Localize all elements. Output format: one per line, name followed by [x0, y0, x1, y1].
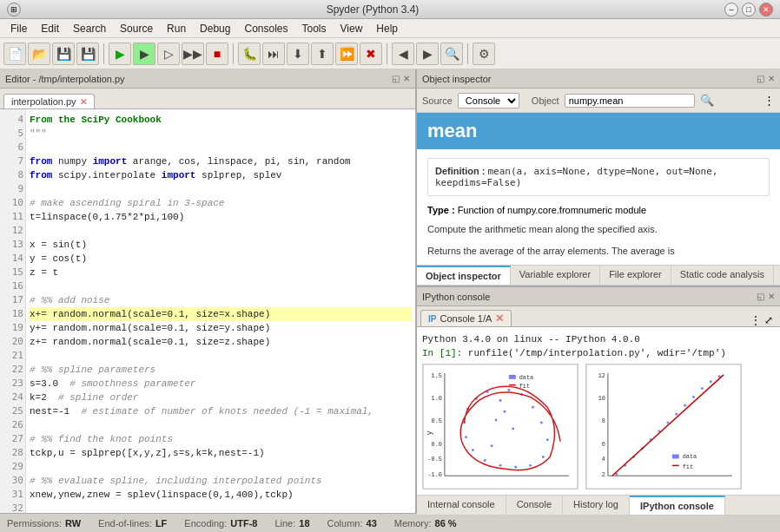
menu-debug[interactable]: Debug — [193, 21, 237, 36]
col-label: Column: — [327, 518, 363, 529]
svg-point-23 — [472, 449, 474, 451]
run-cell-btn[interactable]: ▷ — [157, 43, 180, 65]
step-return-btn[interactable]: ⬆ — [311, 43, 334, 65]
obj-mean-header: mean — [417, 113, 780, 149]
svg-point-29 — [503, 410, 506, 413]
line-label: Line: — [274, 518, 295, 529]
memory-value: 86 % — [435, 518, 457, 529]
open-file-btn[interactable]: 📂 — [28, 43, 50, 65]
svg-text:0.0: 0.0 — [432, 441, 442, 448]
svg-text:6: 6 — [602, 441, 605, 448]
menu-edit[interactable]: Edit — [34, 21, 66, 36]
svg-text:4: 4 — [602, 456, 605, 463]
svg-text:data: data — [519, 374, 534, 381]
toolbar-divider-4 — [467, 43, 468, 64]
stop-debug-btn[interactable]: ✖ — [360, 43, 382, 65]
console-close-btn[interactable]: ✕ — [768, 292, 775, 301]
toolbar: 📄 📂 💾 💾 ▶ ▶ ▷ ▶▶ ■ 🐛 ⏭ ⬇ ⬆ ⏩ ✖ ◀ ▶ 🔍 ⚙ — [0, 38, 780, 69]
editor-pane: Editor - /tmp/interpolation.py ◱ ✕ inter… — [0, 69, 417, 513]
obj-search-icon[interactable]: 🔍 — [700, 94, 714, 107]
tab-static-code-analysis[interactable]: Static code analysis — [671, 266, 774, 285]
menu-help[interactable]: Help — [369, 21, 405, 36]
menu-file[interactable]: File — [3, 21, 34, 36]
status-encoding: Encoding: UTF-8 — [184, 518, 257, 529]
eol-value: LF — [155, 518, 167, 529]
obj-insp-close-btn[interactable]: ✕ — [768, 74, 775, 83]
tab-history-log[interactable]: History log — [563, 496, 630, 515]
system-menu-btn[interactable]: ⊞ — [7, 3, 21, 16]
status-eol: End-of-lines: LF — [98, 518, 167, 529]
col-value: 43 — [367, 518, 377, 529]
svg-rect-57 — [672, 455, 679, 459]
svg-rect-31 — [509, 375, 516, 379]
editor-close-btn[interactable]: ✕ — [403, 74, 410, 83]
file-tab-name: interpolation.py — [11, 96, 76, 107]
svg-text:data: data — [683, 453, 697, 460]
svg-point-10 — [491, 444, 493, 447]
stop-btn[interactable]: ■ — [206, 43, 228, 65]
object-label: Object — [532, 95, 559, 106]
svg-point-52 — [684, 404, 686, 407]
file-tab-interpolation[interactable]: interpolation.py ✕ — [3, 94, 95, 108]
file-tabs: interpolation.py ✕ — [0, 89, 415, 109]
svg-text:10: 10 — [598, 395, 605, 402]
source-select[interactable]: Console Editor — [458, 93, 519, 108]
svg-point-12 — [499, 399, 502, 402]
menu-source[interactable]: Source — [113, 21, 160, 36]
tab-ipython-console[interactable]: IPython console — [630, 496, 725, 515]
settings-btn[interactable]: ⚙ — [473, 43, 495, 65]
def-label: Definition : — [435, 166, 488, 176]
forward-btn[interactable]: ▶ — [416, 43, 439, 65]
status-permissions: Permissions: RW — [7, 518, 81, 529]
object-input[interactable] — [565, 94, 695, 108]
permissions-label: Permissions: — [7, 518, 62, 529]
menu-tools[interactable]: Tools — [295, 21, 334, 36]
console-content[interactable]: Python 3.4.0 on linux -- IPython 4.0.0 I… — [417, 327, 780, 495]
obj-inspector-title: Object inspector — [422, 74, 491, 84]
tab-internal-console[interactable]: Internal console — [417, 496, 506, 515]
step-btn[interactable]: ⏭ — [262, 43, 285, 65]
console-options-btn[interactable]: ⋮ — [750, 314, 761, 326]
file-tab-close[interactable]: ✕ — [80, 97, 87, 107]
step-into-btn[interactable]: ⬇ — [287, 43, 309, 65]
close-btn[interactable]: ✕ — [759, 3, 773, 16]
line-numbers: ⚠ 45678910111213141516171819202122232425… — [0, 109, 26, 513]
console-tab-1[interactable]: IP Console 1/A ✕ — [420, 310, 512, 326]
svg-point-16 — [540, 422, 543, 424]
save-all-btn[interactable]: 💾 — [76, 43, 99, 65]
obj-insp-float-btn[interactable]: ◱ — [757, 74, 764, 83]
editor-float-btn[interactable]: ◱ — [392, 74, 400, 83]
console-expand-btn[interactable]: ⤢ — [764, 314, 773, 326]
run-selection-btn[interactable]: ▶▶ — [182, 43, 204, 65]
status-column: Column: 43 — [327, 518, 377, 529]
svg-text:0.5: 0.5 — [432, 417, 442, 424]
continue-btn[interactable]: ⏩ — [335, 43, 358, 65]
code-editor[interactable]: From the SciPy Cookbook """ from numpy i… — [26, 109, 415, 513]
maximize-btn[interactable]: □ — [742, 3, 756, 16]
minimize-btn[interactable]: – — [724, 3, 738, 16]
debug-btn[interactable]: 🐛 — [238, 43, 261, 65]
type-label: Type : — [427, 205, 458, 215]
run-current-btn[interactable]: ▶ — [133, 43, 155, 65]
save-file-btn[interactable]: 💾 — [52, 43, 75, 65]
svg-text:2: 2 — [602, 471, 605, 478]
memory-label: Memory: — [394, 518, 432, 529]
run-btn[interactable]: ▶ — [109, 43, 131, 65]
obj-options-icon[interactable]: ⋮ — [763, 94, 775, 107]
new-file-btn[interactable]: 📄 — [3, 43, 26, 65]
find-btn[interactable]: 🔍 — [440, 43, 463, 65]
back-btn[interactable]: ◀ — [392, 43, 414, 65]
tab-object-inspector[interactable]: Object inspector — [417, 266, 511, 285]
svg-point-20 — [514, 466, 517, 469]
tab-console[interactable]: Console — [506, 496, 563, 515]
tab-file-explorer[interactable]: File explorer — [600, 266, 671, 285]
menu-run[interactable]: Run — [160, 21, 193, 36]
toolbar-divider-1 — [103, 43, 104, 64]
svg-point-22 — [484, 459, 486, 462]
menu-consoles[interactable]: Consoles — [237, 21, 294, 36]
console-float-btn[interactable]: ◱ — [757, 292, 764, 301]
menu-view[interactable]: View — [334, 21, 370, 36]
svg-point-19 — [529, 464, 532, 467]
menu-search[interactable]: Search — [66, 21, 113, 36]
tab-variable-explorer[interactable]: Variable explorer — [511, 266, 600, 285]
